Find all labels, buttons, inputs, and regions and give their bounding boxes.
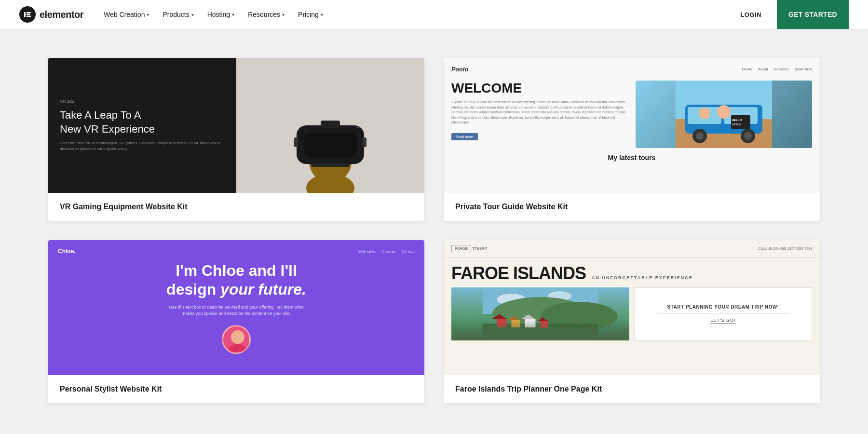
faroe-headline: FAROE ISLANDS AN UNFORGETTABLE EXPERIENC… xyxy=(451,263,812,284)
faroe-tours-tag: TOURS xyxy=(472,246,487,251)
svg-text:···: ··· xyxy=(357,125,361,130)
card-personal-stylist[interactable]: Chloe. Web Links Classes Contact I'm Chl… xyxy=(48,240,424,403)
nav-item-hosting[interactable]: Hosting ▾ xyxy=(202,7,240,22)
chevron-down-icon: ▾ xyxy=(282,12,285,17)
main-content: VR 105 Take A Leap To ANew VR Experience… xyxy=(0,29,868,432)
svg-rect-25 xyxy=(731,115,750,129)
tour-photo-illustration: HELLO WORLD xyxy=(636,81,812,148)
chevron-down-icon: ▾ xyxy=(321,12,323,17)
card-faroe-label: Faroe Islands Trip Planner One Page Kit xyxy=(444,375,820,403)
card-chloe-preview: Chloe. Web Links Classes Contact I'm Chl… xyxy=(48,240,424,375)
card-chloe-label: Personal Stylist Website Kit xyxy=(48,375,424,403)
faroe-nav: FAROE TOURS CALL US ON +561 2357 5567 75… xyxy=(444,240,820,258)
nav-item-pricing[interactable]: Pricing ▾ xyxy=(292,7,329,22)
vr-tag: VR 105 xyxy=(60,99,225,104)
nav-item-products[interactable]: Products ▾ xyxy=(157,7,199,22)
faroe-cta-button[interactable]: LET'S GO! xyxy=(710,318,735,324)
card-tour-label: Private Tour Guide Website Kit xyxy=(444,193,820,221)
vr-desc: Enter the new era of technological VR ga… xyxy=(60,140,225,152)
svg-rect-8 xyxy=(304,133,357,157)
faroe-phone: CALL US ON +561 2357 5567 7594 xyxy=(758,247,812,250)
vr-title: Take A Leap To ANew VR Experience xyxy=(60,108,225,136)
svg-point-23 xyxy=(699,108,710,119)
logo[interactable]: elementor xyxy=(19,6,83,23)
nav-right: LOGIN GET STARTED xyxy=(732,0,849,29)
tour-brand: Paolo xyxy=(451,66,468,73)
svg-text:WORLD: WORLD xyxy=(732,123,741,126)
vr-left-panel: VR 105 Take A Leap To ANew VR Experience… xyxy=(48,58,236,193)
nav-links: Web Creation ▾ Products ▾ Hosting ▾ Reso… xyxy=(98,7,732,22)
svg-point-24 xyxy=(717,105,731,119)
faroe-columns: START PLANNING YOUR DREAM TRIP NOW! LET'… xyxy=(451,287,812,340)
get-started-button[interactable]: GET STARTED xyxy=(777,0,849,29)
faroe-cta-box: START PLANNING YOUR DREAM TRIP NOW! LET'… xyxy=(634,287,812,340)
faroe-brand: FAROE TOURS xyxy=(451,245,487,252)
faroe-preview-bg: FAROE TOURS CALL US ON +561 2357 5567 75… xyxy=(444,240,820,375)
faroe-brand-box: FAROE xyxy=(451,245,471,252)
vr-preview-bg: VR 105 Take A Leap To ANew VR Experience… xyxy=(48,58,424,193)
tour-nav: Paolo Home About Services Book Now xyxy=(451,66,812,73)
logo-text: elementor xyxy=(40,9,83,20)
svg-point-22 xyxy=(744,132,752,140)
chevron-down-icon: ▾ xyxy=(147,12,149,17)
tour-nav-links: Home About Services Book Now xyxy=(742,67,812,71)
cards-grid: VR 105 Take A Leap To ANew VR Experience… xyxy=(48,58,820,403)
card-vr-preview: VR 105 Take A Leap To ANew VR Experience… xyxy=(48,58,424,193)
logo-icon xyxy=(19,6,36,23)
nav-item-resources[interactable]: Resources ▾ xyxy=(242,7,290,22)
vr-headset-illustration: ··· xyxy=(282,58,379,193)
tour-body: WELCOME Explore and buy to take the best… xyxy=(451,81,812,148)
faroe-cta-title: START PLANNING YOUR DREAM TRIP NOW! xyxy=(667,304,779,310)
nav-item-web-creation[interactable]: Web Creation ▾ xyxy=(98,7,155,22)
vr-right-panel: ··· xyxy=(236,58,424,193)
faroe-divider xyxy=(657,313,789,314)
tour-read-more-btn[interactable]: Read more xyxy=(451,133,478,140)
svg-rect-10 xyxy=(294,137,298,147)
faroe-subhead: AN UNFORGETTABLE EXPERIENCE xyxy=(592,275,693,280)
chloe-header: Chloe. Web Links Classes Contact xyxy=(58,248,415,255)
tour-text-section: WELCOME Explore and buy to take the best… xyxy=(451,81,628,140)
chloe-avatar xyxy=(222,325,251,354)
login-button[interactable]: LOGIN xyxy=(732,7,769,22)
chloe-subtitle: Use this text box to describe yourself a… xyxy=(164,304,309,317)
card-faroe-preview: FAROE TOURS CALL US ON +561 2357 5567 75… xyxy=(444,240,820,375)
faroe-landscape-image xyxy=(451,287,629,340)
faroe-body: FAROE ISLANDS AN UNFORGETTABLE EXPERIENC… xyxy=(444,258,820,346)
chloe-brand: Chloe. xyxy=(58,248,76,255)
card-vr-gaming[interactable]: VR 105 Take A Leap To ANew VR Experience… xyxy=(48,58,424,221)
chloe-title: I'm Chloe and I'lldesign your future. xyxy=(166,261,306,298)
svg-rect-1 xyxy=(27,12,31,14)
tour-welcome: WELCOME xyxy=(451,81,628,96)
chloe-preview-bg: Chloe. Web Links Classes Contact I'm Chl… xyxy=(48,240,424,375)
svg-rect-12 xyxy=(311,163,350,167)
card-tour-preview: Paolo Home About Services Book Now WELCO… xyxy=(444,58,820,193)
tour-preview-bg: Paolo Home About Services Book Now WELCO… xyxy=(444,58,820,193)
svg-rect-2 xyxy=(27,14,30,15)
svg-rect-9 xyxy=(321,121,340,128)
tour-image-section: HELLO WORLD xyxy=(636,81,812,148)
svg-point-29 xyxy=(231,330,244,344)
card-vr-label: VR Gaming Equipment Website Kit xyxy=(48,193,424,221)
tour-desc: Explore and buy to take the best current… xyxy=(451,100,628,125)
svg-rect-3 xyxy=(27,16,31,17)
svg-rect-11 xyxy=(363,137,366,147)
chevron-down-icon: ▾ xyxy=(232,12,234,17)
chloe-nav: Web Links Classes Contact xyxy=(358,249,415,254)
chevron-down-icon: ▾ xyxy=(191,12,194,17)
card-faroe-islands[interactable]: FAROE TOURS CALL US ON +561 2357 5567 75… xyxy=(444,240,820,403)
faroe-houses-overlay xyxy=(451,321,629,340)
navbar: elementor Web Creation ▾ Products ▾ Host… xyxy=(0,0,868,29)
tour-latest-section: My latest tours xyxy=(451,154,812,162)
svg-point-20 xyxy=(696,132,704,140)
card-tour-guide[interactable]: Paolo Home About Services Book Now WELCO… xyxy=(444,58,820,221)
svg-text:HELLO: HELLO xyxy=(732,119,742,122)
svg-rect-0 xyxy=(24,12,26,17)
